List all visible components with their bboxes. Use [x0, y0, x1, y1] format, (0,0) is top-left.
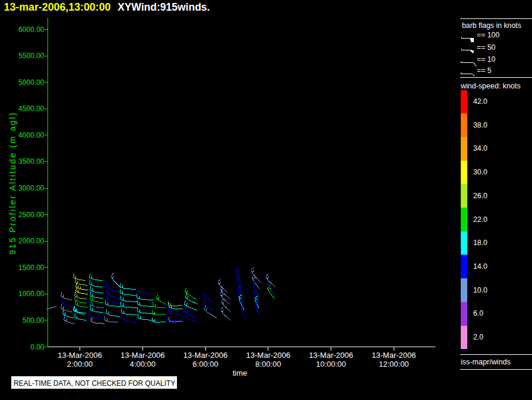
- svg-text:1500.00: 1500.00: [18, 264, 45, 272]
- svg-text:3000.00: 3000.00: [18, 184, 45, 192]
- svg-text:14.0: 14.0: [473, 262, 487, 271]
- svg-text:42.0: 42.0: [473, 97, 487, 106]
- svg-text:== 50: == 50: [477, 43, 496, 52]
- svg-text:XYWind:915winds.: XYWind:915winds.: [118, 1, 210, 13]
- svg-text:500.00: 500.00: [23, 316, 45, 325]
- svg-text:12:00:00: 12:00:00: [379, 360, 409, 369]
- svg-text:REAL-TIME DATA, NOT CHECKED FO: REAL-TIME DATA, NOT CHECKED FOR QUALITY: [14, 379, 175, 388]
- svg-text:6.0: 6.0: [473, 309, 483, 318]
- svg-text:10.0: 10.0: [473, 286, 487, 294]
- svg-text:barb flags in knots: barb flags in knots: [462, 21, 521, 30]
- svg-text:1000.00: 1000.00: [18, 290, 45, 298]
- svg-text:26.0: 26.0: [473, 192, 487, 200]
- svg-text:6:00:00: 6:00:00: [192, 360, 218, 369]
- svg-text:0.00: 0.00: [30, 343, 45, 351]
- svg-text:13-Mar-2006: 13-Mar-2006: [58, 351, 102, 360]
- svg-text:4500.00: 4500.00: [18, 104, 45, 113]
- svg-text:2:00:00: 2:00:00: [67, 360, 93, 369]
- svg-text:5500.00: 5500.00: [18, 52, 45, 60]
- svg-text:== 100: == 100: [477, 31, 499, 39]
- svg-text:== 10: == 10: [477, 55, 496, 64]
- svg-text:time: time: [233, 369, 248, 377]
- svg-text:13-Mar-2006: 13-Mar-2006: [121, 351, 164, 360]
- svg-text:5000.00: 5000.00: [18, 78, 45, 87]
- svg-text:13-Mar-2006: 13-Mar-2006: [246, 351, 290, 360]
- svg-text:== 5: == 5: [477, 66, 492, 75]
- svg-text:22.0: 22.0: [473, 215, 487, 224]
- svg-text:18.0: 18.0: [473, 239, 487, 247]
- svg-text:13-Mar-2006: 13-Mar-2006: [309, 351, 353, 360]
- svg-text:34.0: 34.0: [473, 144, 487, 153]
- svg-text:6000.00: 6000.00: [18, 26, 45, 34]
- svg-text:wind-speed: knots: wind-speed: knots: [460, 82, 521, 90]
- svg-text:2000.00: 2000.00: [18, 237, 45, 245]
- svg-text:8:00:00: 8:00:00: [255, 360, 281, 369]
- svg-text:30.0: 30.0: [473, 168, 487, 176]
- svg-text:13-mar-2006,13:00:00: 13-mar-2006,13:00:00: [4, 1, 111, 13]
- svg-text:4000.00: 4000.00: [18, 131, 45, 139]
- svg-text:iss-mapr/winds: iss-mapr/winds: [461, 358, 511, 366]
- svg-text:13-Mar-2006: 13-Mar-2006: [183, 351, 227, 360]
- svg-text:10:00:00: 10:00:00: [316, 360, 346, 369]
- svg-text:2.0: 2.0: [473, 333, 483, 341]
- svg-text:38.0: 38.0: [473, 121, 487, 129]
- svg-text:3500.00: 3500.00: [18, 157, 45, 166]
- svg-text:2500.00: 2500.00: [18, 211, 45, 219]
- svg-text:13-Mar-2006: 13-Mar-2006: [372, 351, 416, 360]
- svg-text:915 Profiler Altitude (m agl): 915 Profiler Altitude (m agl): [8, 112, 17, 255]
- svg-text:4:00:00: 4:00:00: [130, 360, 156, 369]
